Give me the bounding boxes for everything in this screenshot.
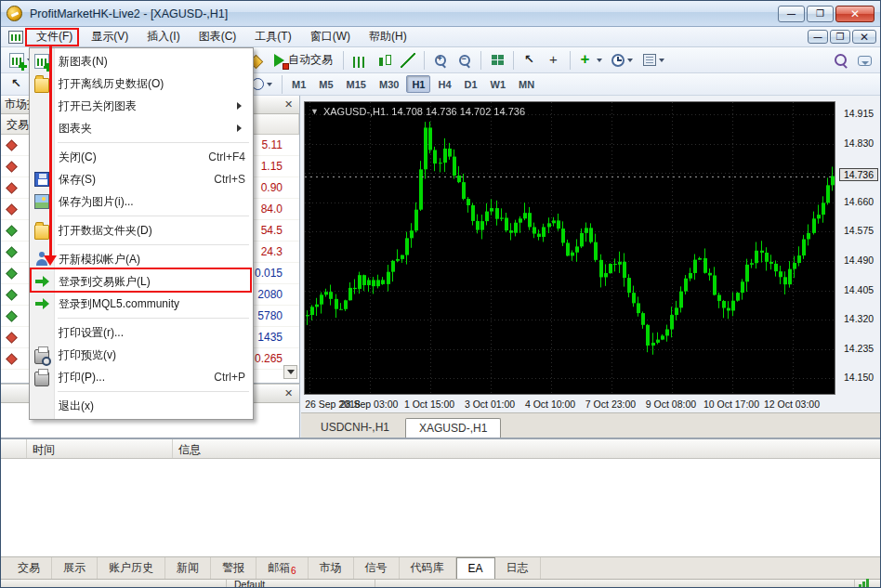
scroll-down-icon[interactable] (283, 365, 297, 379)
terminal-tab-账户历史[interactable]: 账户历史 (98, 557, 165, 579)
menu-item-label: 图表夹 (59, 121, 92, 137)
restore-button[interactable] (807, 6, 834, 22)
menu-item[interactable]: 打开已关闭图表 (30, 95, 253, 117)
navigator-close-icon[interactable]: ✕ (282, 387, 296, 399)
menu-item[interactable]: 关闭(C)Ctrl+F4 (30, 146, 253, 168)
menu-item[interactable]: 图表夹 (30, 117, 253, 139)
menu-item-label: 开新模拟帐户(A) (59, 252, 140, 268)
menu-item[interactable]: 打开离线历史数据(O) (30, 72, 253, 95)
cursor-tool-button[interactable] (518, 49, 542, 72)
indicators-button[interactable] (574, 49, 606, 72)
terminal-tab-label: 日志 (506, 560, 529, 576)
timeframe-MN[interactable]: MN (513, 75, 540, 93)
terminal-tab-交易[interactable]: 交易 (7, 557, 52, 579)
time-label: 4 Oct 10:00 (525, 399, 575, 410)
menubar-item[interactable]: 文件(F) (27, 26, 82, 47)
autotrade-button[interactable]: 自动交易 (268, 49, 339, 72)
mdi-minimize-button[interactable] (808, 30, 828, 44)
mdi-close-button[interactable] (852, 30, 876, 44)
chart-title-overlay: ▼ XAGUSD-,H1. 14.708 14.736 14.702 14.73… (310, 106, 525, 117)
terminal-tab-代码库[interactable]: 代码库 (400, 557, 456, 579)
menu-item[interactable]: 打印设置(r)... (30, 321, 253, 344)
menubar-item[interactable]: 图表(C) (190, 26, 246, 47)
chart-tab[interactable]: XAGUSD-,H1 (405, 418, 501, 438)
chat-button[interactable] (852, 49, 876, 72)
picture-icon (34, 194, 49, 209)
periods-button[interactable] (606, 49, 638, 72)
menubar-item[interactable]: 工具(T) (245, 26, 300, 47)
terminal-panel: 时间 信息 (1, 438, 881, 556)
menu-item[interactable]: 打印预览(v) (30, 344, 253, 366)
symbol-diamond-icon (6, 203, 18, 216)
menu-separator (30, 388, 253, 395)
menu-item[interactable]: 开新模拟帐户(A) (30, 248, 253, 270)
line-chart-mode-button[interactable] (396, 49, 420, 72)
blank-icon (34, 121, 49, 136)
menu-item[interactable]: 新图表(N) (30, 50, 253, 72)
terminal-tab-市场[interactable]: 市场 (309, 557, 354, 579)
mail-badge: 6 (291, 566, 296, 576)
price-axis[interactable]: 14.736 14.91514.83014.66014.57514.49014.… (837, 101, 880, 397)
crosshair-tool-button[interactable] (542, 49, 566, 72)
timeframe-M1[interactable]: M1 (286, 75, 311, 93)
timeframe-H4[interactable]: H4 (432, 75, 456, 93)
menu-item[interactable]: 打印(P)...Ctrl+P (30, 366, 253, 388)
timeframe-H1[interactable]: H1 (406, 75, 430, 93)
terminal-content[interactable] (1, 459, 881, 556)
application-window: ProfitMarketHK-Live2 - [XAGUSD-,H1] 文件(F… (0, 0, 881, 588)
templates-button[interactable] (638, 49, 669, 72)
terminal-tab-邮箱[interactable]: 邮箱6 (256, 557, 309, 579)
menu-item[interactable]: 打开数据文件夹(D) (30, 219, 253, 242)
menu-item-label: 保存(S) (59, 172, 96, 188)
candle-chart-mode-button[interactable] (372, 49, 396, 72)
terminal-tab-新闻[interactable]: 新闻 (165, 557, 211, 579)
one-click-trading-arrow-icon[interactable]: ▼ (310, 107, 319, 116)
chart-plot-area[interactable]: ▼ XAGUSD-,H1. 14.708 14.736 14.702 14.73… (304, 101, 835, 395)
candlestick-canvas[interactable] (305, 102, 835, 394)
mdi-restore-button[interactable] (830, 30, 850, 44)
cursor-icon (9, 77, 24, 92)
timeframe-W1[interactable]: W1 (485, 75, 512, 93)
timeframe-M30[interactable]: M30 (374, 75, 404, 93)
price-label: 14.575 (844, 225, 874, 236)
close-button[interactable] (835, 6, 874, 22)
menu-item[interactable]: 登录到MQL5.community (30, 293, 253, 315)
timeframe-M5[interactable]: M5 (313, 75, 338, 93)
menu-item-label: 打印(P)... (59, 370, 105, 385)
menubar-item[interactable]: 帮助(H) (360, 26, 416, 47)
status-fill-cell (375, 580, 855, 588)
minimize-button[interactable] (778, 6, 805, 22)
menu-item-label: 退出(x) (59, 399, 94, 414)
chart-window-icon (8, 31, 23, 44)
terminal-tab-警报[interactable]: 警报 (211, 557, 256, 579)
menubar-item[interactable]: 显示(V) (82, 26, 138, 47)
terminal-tab-信号[interactable]: 信号 (354, 557, 400, 579)
menubar-item[interactable]: 插入(I) (138, 26, 189, 47)
zoom-in-button[interactable]: + (428, 49, 453, 72)
market-watch-close-icon[interactable]: ✕ (282, 98, 296, 111)
terminal-tab-EA[interactable]: EA (456, 557, 495, 579)
cursor-tool-button-2[interactable] (5, 73, 29, 96)
timeframe-D1[interactable]: D1 (459, 75, 483, 93)
time-label: 10 Oct 17:00 (703, 399, 759, 410)
terminal-tab-日志[interactable]: 日志 (495, 557, 541, 579)
menu-item[interactable]: 退出(x) (30, 395, 253, 417)
profile-selector[interactable]: Default (227, 580, 375, 588)
menu-item[interactable]: 保存为图片(i)... (30, 190, 253, 213)
timeframe-M15[interactable]: M15 (341, 75, 372, 93)
bar-chart-mode-button[interactable] (348, 49, 372, 72)
terminal-tab-展示[interactable]: 展示 (52, 557, 98, 579)
menu-bar: 文件(F)显示(V)插入(I)图表(C)工具(T)窗口(W)帮助(H) (1, 27, 880, 47)
blank-icon (34, 150, 49, 164)
tile-windows-button[interactable] (485, 49, 509, 72)
menu-item-label: 登录到交易账户(L) (59, 274, 151, 290)
zoom-out-button[interactable]: − (453, 49, 477, 72)
search-button[interactable] (828, 49, 852, 72)
price-label: 14.320 (844, 313, 874, 324)
menu-item-label: 打开离线历史数据(O) (59, 76, 164, 92)
chart-tab[interactable]: USDCNH-,H1 (307, 417, 403, 438)
time-axis[interactable]: 26 Sep 201828 Sep 03:001 Oct 15:003 Oct … (304, 397, 835, 412)
menu-item[interactable]: 保存(S)Ctrl+S (30, 168, 253, 190)
menu-item[interactable]: 登录到交易账户(L) (30, 270, 253, 293)
menubar-item[interactable]: 窗口(W) (301, 26, 360, 47)
